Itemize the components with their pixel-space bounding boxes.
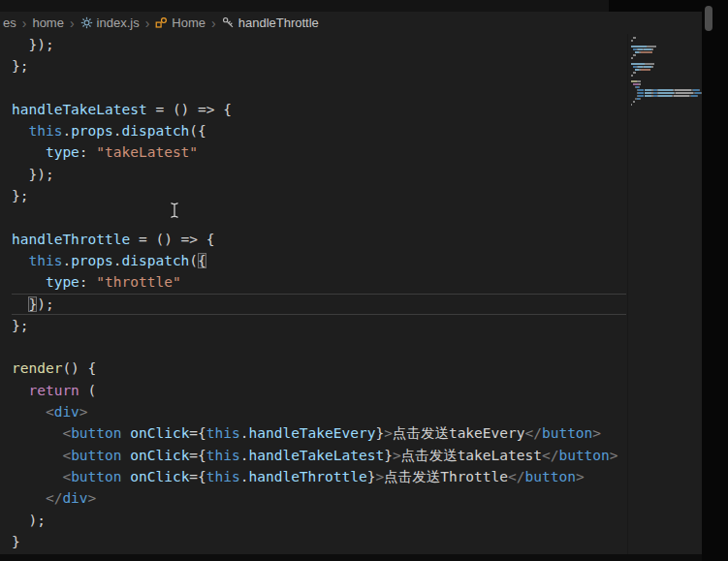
code-line[interactable]: }	[12, 531, 626, 552]
code-token: "takeLatest"	[96, 144, 198, 160]
code-token: type	[46, 144, 79, 160]
code-token: ({	[189, 123, 206, 139]
code-token: props	[71, 253, 113, 268]
chevron-right-icon: ›	[22, 16, 27, 30]
right-scrollbar-track[interactable]	[702, 0, 728, 561]
chevron-right-icon: ›	[70, 16, 75, 30]
code-line[interactable]: <button onClick={this.handleTakeEvery}>点…	[12, 422, 626, 444]
code-token: );	[28, 513, 45, 528]
code-line[interactable]: <button onClick={this.handleThrottle}>点击…	[12, 466, 626, 487]
vscode-window: es › home › index.js ›	[0, 0, 728, 561]
code-token	[12, 425, 62, 441]
code-line[interactable]: <div>	[12, 401, 626, 422]
code-token	[12, 296, 28, 312]
code-token: .	[113, 253, 122, 268]
code-line[interactable]	[12, 336, 626, 358]
code-area[interactable]: });};handleTakeLatest = () => { this.pro…	[0, 34, 626, 554]
breadcrumb-label: handleThrottle	[238, 16, 319, 30]
code-token: ={	[189, 425, 206, 441]
code-token: div	[62, 490, 87, 506]
code-token	[12, 490, 46, 506]
code-line[interactable]: };	[12, 185, 626, 206]
code-token: this	[206, 448, 240, 463]
minimap-line	[631, 104, 702, 106]
code-line[interactable]: <button onClick={this.handleTakeLatest}>…	[12, 445, 626, 466]
minimap-line	[631, 98, 702, 100]
code-line[interactable]	[12, 206, 626, 228]
code-line[interactable]: </div>	[12, 487, 626, 509]
code-line[interactable]: handleTakeLatest = () => {	[12, 99, 626, 120]
breadcrumb-item-indexjs[interactable]: index.js	[80, 16, 140, 30]
breadcrumb-label: index.js	[97, 16, 140, 30]
code-token	[12, 513, 28, 528]
minimap-line	[631, 54, 702, 56]
code-token: button	[524, 469, 575, 484]
code-line[interactable]	[12, 78, 626, 99]
minimap-content	[628, 34, 702, 106]
code-line[interactable]: return (	[12, 380, 626, 401]
code-token: button	[71, 425, 121, 441]
code-line[interactable]: this.props.dispatch({	[12, 250, 626, 271]
code-token: handleTakeLatest	[12, 102, 147, 117]
breadcrumb-item-es[interactable]: es	[3, 16, 16, 30]
code-token: handleThrottle	[248, 469, 366, 484]
code-token	[12, 123, 28, 139]
code-token: button	[71, 469, 121, 484]
minimap-line	[631, 92, 702, 94]
code-line[interactable]: };	[12, 55, 626, 77]
code-token	[12, 253, 28, 268]
code-token: <	[62, 469, 71, 484]
code-token: (	[79, 383, 96, 398]
breadcrumb: es › home › index.js ›	[0, 12, 702, 34]
code-token: <	[62, 448, 71, 463]
code-token	[12, 144, 46, 160]
code-token: div	[54, 404, 79, 420]
code-line[interactable]: });	[12, 164, 626, 185]
code-token: button	[542, 425, 592, 441]
code-line[interactable]: type: "takeLatest"	[12, 141, 626, 163]
code-line[interactable]: render() {	[12, 358, 626, 379]
scrollbar-handle[interactable]	[705, 6, 712, 31]
code-token: button	[558, 448, 609, 463]
code-token: return	[28, 383, 79, 398]
minimap-line	[631, 89, 702, 91]
code-token	[12, 404, 46, 420]
minimap-line	[631, 80, 702, 82]
minimap[interactable]	[627, 34, 702, 554]
code-token: 点击发送Throttle	[384, 469, 508, 484]
breadcrumb-item-home-class[interactable]: Home	[155, 16, 206, 30]
code-token: = () => {	[130, 232, 214, 247]
code-line[interactable]: );	[12, 510, 626, 531]
code-token: button	[71, 448, 121, 463]
code-line[interactable]: type: "throttle"	[12, 271, 626, 293]
code-token: onClick	[130, 425, 189, 441]
code-token: <	[62, 425, 71, 441]
code-token	[122, 448, 131, 463]
code-token: >	[375, 469, 384, 484]
code-token: :	[79, 144, 96, 160]
code-token: :	[79, 274, 96, 290]
code-token: };	[12, 188, 28, 203]
code-token: };	[12, 58, 28, 74]
code-token: "throttle"	[96, 274, 180, 290]
code-token: >	[592, 425, 601, 441]
code-line[interactable]: });	[12, 34, 626, 55]
code-token: dispatch	[122, 123, 190, 139]
breadcrumb-item-home-folder[interactable]: home	[32, 16, 64, 30]
code-token: >	[79, 404, 88, 420]
minimap-line	[631, 86, 702, 88]
code-token: handleTakeLatest	[248, 448, 384, 463]
code-token: 点击发送takeEvery	[393, 425, 525, 441]
minimap-line	[631, 66, 702, 68]
code-line[interactable]: handleThrottle = () => {	[12, 229, 626, 250]
code-token	[12, 37, 28, 52]
code-line[interactable]: this.props.dispatch({	[12, 120, 626, 141]
code-token: </	[508, 469, 524, 484]
breadcrumb-item-handlethrottle[interactable]: handleThrottle	[222, 16, 319, 30]
code-token: .	[62, 123, 71, 139]
gear-icon	[80, 16, 93, 29]
code-token	[122, 469, 131, 484]
code-line[interactable]: });	[12, 294, 626, 315]
code-line[interactable]: };	[12, 315, 626, 336]
code-token	[122, 425, 131, 441]
